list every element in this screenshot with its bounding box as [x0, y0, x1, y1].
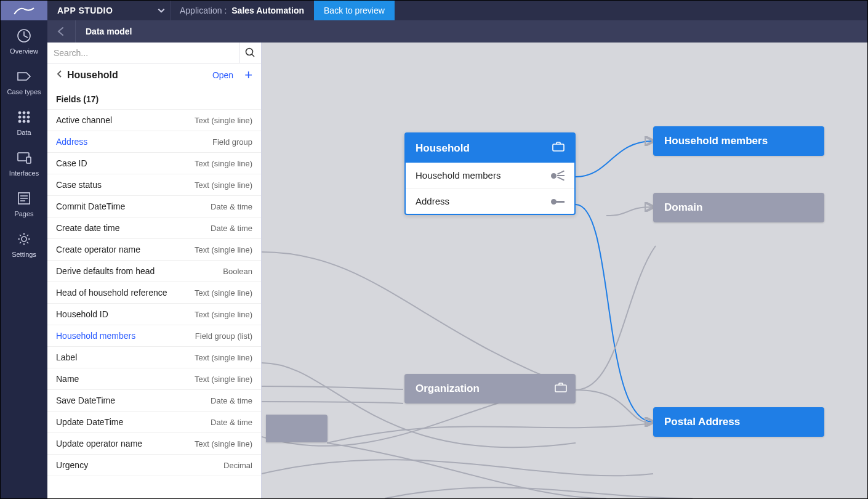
- node-household-card[interactable]: Household Household membersAddress: [404, 132, 576, 215]
- field-type: Text (single line): [195, 288, 252, 298]
- open-entity-link[interactable]: Open: [212, 70, 233, 80]
- application-label: Application :: [171, 6, 231, 15]
- field-row[interactable]: Update DateTimeDate & time: [47, 412, 261, 433]
- field-name: Derive defaults from head: [56, 266, 155, 276]
- svg-point-4: [18, 116, 21, 118]
- node-label: Domain: [653, 201, 713, 214]
- nav-case-types[interactable]: Case types: [1, 61, 47, 102]
- field-name: Label: [56, 352, 77, 362]
- node-partial[interactable]: [266, 415, 328, 442]
- field-name: Urgency: [56, 460, 88, 470]
- nav-data[interactable]: Data: [1, 102, 47, 142]
- svg-rect-11: [26, 157, 31, 163]
- field-type: Date & time: [211, 224, 252, 233]
- svg-point-14: [246, 49, 253, 55]
- node-label: Postal Address: [653, 416, 751, 428]
- field-name: Head of household reference: [56, 288, 167, 298]
- field-row[interactable]: Create operator nameText (single line): [47, 239, 261, 261]
- node-domain[interactable]: Domain: [653, 193, 824, 222]
- field-type: Text (single line): [195, 353, 252, 362]
- svg-point-13: [22, 237, 26, 241]
- field-row[interactable]: LabelText (single line): [47, 347, 261, 368]
- field-row[interactable]: Derive defaults from headBoolean: [47, 261, 261, 282]
- nav-settings[interactable]: Settings: [1, 224, 47, 264]
- svg-point-8: [23, 120, 25, 123]
- field-row[interactable]: UrgencyDecimal: [47, 455, 261, 476]
- field-name: Case status: [56, 180, 102, 190]
- svg-rect-16: [555, 385, 566, 392]
- field-type: Date & time: [211, 396, 252, 405]
- field-row[interactable]: Save DateTimeDate & time: [47, 390, 261, 412]
- field-name: Address: [56, 137, 87, 147]
- nav-label: Case types: [7, 88, 41, 95]
- field-name: Case ID: [56, 158, 87, 168]
- field-list: Active channelText (single line)AddressF…: [47, 109, 261, 498]
- field-row[interactable]: Commit DateTimeDate & time: [47, 196, 261, 217]
- field-type: Decimal: [223, 461, 252, 470]
- field-name: Update operator name: [56, 439, 142, 448]
- node-title: Household: [416, 142, 470, 155]
- nav-interfaces[interactable]: Interfaces: [1, 142, 47, 183]
- nav-label: Settings: [12, 251, 36, 258]
- briefcase-icon: [555, 383, 567, 395]
- svg-rect-15: [553, 144, 564, 151]
- data-model-canvas[interactable]: Household Household membersAddress House…: [262, 43, 867, 498]
- field-type: Date & time: [211, 418, 252, 427]
- node-household-members[interactable]: Household members: [653, 126, 824, 156]
- field-row[interactable]: AddressField group: [47, 131, 261, 153]
- field-name: Create operator name: [56, 245, 140, 254]
- search-input[interactable]: [47, 43, 239, 63]
- field-row[interactable]: Case statusText (single line): [47, 174, 261, 196]
- node-organization[interactable]: Organization: [404, 374, 576, 404]
- field-type: Boolean: [223, 267, 252, 276]
- field-type: Field group: [212, 137, 252, 147]
- field-type: Text (single line): [195, 245, 252, 254]
- left-nav-rail: Overview Case types Data Interfaces Page…: [1, 20, 47, 498]
- entity-title: Household: [67, 70, 207, 81]
- nav-pages[interactable]: Pages: [1, 183, 47, 224]
- relationship-label: Address: [416, 196, 449, 206]
- svg-point-3: [27, 112, 30, 114]
- svg-point-2: [23, 112, 25, 114]
- nav-label: Pages: [14, 210, 33, 217]
- app-logo: [1, 1, 47, 20]
- field-row[interactable]: NameText (single line): [47, 368, 261, 390]
- entity-panel: Household Open + Fields (17) Active chan…: [47, 43, 262, 498]
- panel-back-caret[interactable]: [56, 70, 62, 81]
- field-type: Text (single line): [195, 439, 252, 448]
- field-row[interactable]: Case IDText (single line): [47, 153, 261, 174]
- field-name: Create date time: [56, 223, 120, 233]
- node-label: Household members: [653, 135, 779, 147]
- page-title: Data model: [76, 26, 132, 36]
- field-type: Text (single line): [195, 116, 252, 125]
- field-row[interactable]: Update operator nameText (single line): [47, 433, 261, 455]
- field-row[interactable]: Active channelText (single line): [47, 109, 261, 131]
- fields-heading: Fields (17): [47, 87, 261, 109]
- svg-point-1: [18, 112, 21, 114]
- card-relationship-row[interactable]: Household members: [406, 163, 574, 188]
- field-name: Household members: [56, 331, 135, 341]
- back-to-preview-button[interactable]: Back to preview: [314, 1, 395, 20]
- nav-label: Interfaces: [9, 169, 39, 177]
- field-row[interactable]: Household IDText (single line): [47, 304, 261, 325]
- back-button[interactable]: [47, 20, 76, 43]
- card-relationship-row[interactable]: Address: [406, 188, 574, 214]
- search-button[interactable]: [239, 43, 261, 63]
- field-type: Text (single line): [195, 181, 252, 190]
- brand-title: APP STUDIO: [47, 6, 152, 15]
- field-row[interactable]: Head of household referenceText (single …: [47, 282, 261, 304]
- node-postal-address[interactable]: Postal Address: [653, 407, 824, 437]
- application-name: Sales Automation: [231, 6, 314, 15]
- relationship-label: Household members: [416, 170, 500, 181]
- brand-switcher[interactable]: [152, 6, 171, 15]
- nav-overview[interactable]: Overview: [1, 20, 47, 61]
- add-field-button[interactable]: +: [244, 68, 252, 82]
- briefcase-icon: [552, 142, 565, 155]
- nav-label: Overview: [10, 47, 38, 55]
- one-to-many-icon: [551, 171, 565, 180]
- field-row[interactable]: Household membersField group (list): [47, 325, 261, 347]
- svg-point-9: [27, 120, 30, 123]
- field-name: Save DateTime: [56, 396, 115, 405]
- field-type: Text (single line): [195, 310, 252, 319]
- field-row[interactable]: Create date timeDate & time: [47, 217, 261, 239]
